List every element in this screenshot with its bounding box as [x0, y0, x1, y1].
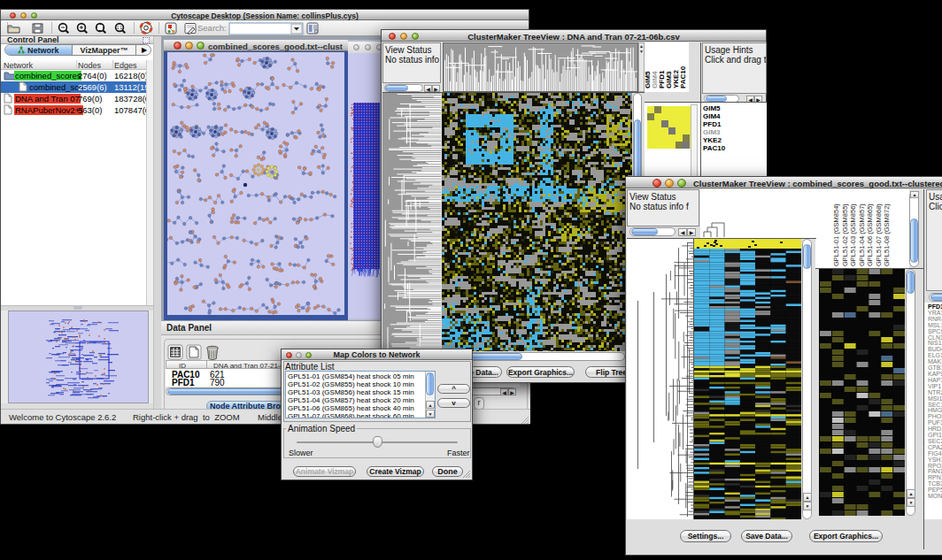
svg-text:PAC10: PAC10	[679, 65, 687, 88]
svg-text:GPL51-03 (GSM856): GPL51-03 (GSM856)	[849, 203, 857, 266]
svg-text:GPL51-04 (GSM857): GPL51-04 (GSM857)	[858, 203, 866, 266]
svg-text:1:1: 1:1	[117, 26, 123, 30]
svg-text:GPL51-08 (GSM872): GPL51-08 (GSM872)	[883, 203, 891, 266]
svg-text:GPL51-06 (GSM865): GPL51-06 (GSM865)	[866, 203, 874, 266]
svg-text:GPL51-01 (GSM854): GPL51-01 (GSM854)	[832, 203, 840, 266]
svg-text:Search:: Search:	[197, 23, 227, 33]
svg-text:GPL51-02 (GSM855): GPL51-02 (GSM855)	[841, 203, 849, 266]
svg-text:GPL51-07 (GSM868): GPL51-07 (GSM868)	[875, 203, 883, 266]
